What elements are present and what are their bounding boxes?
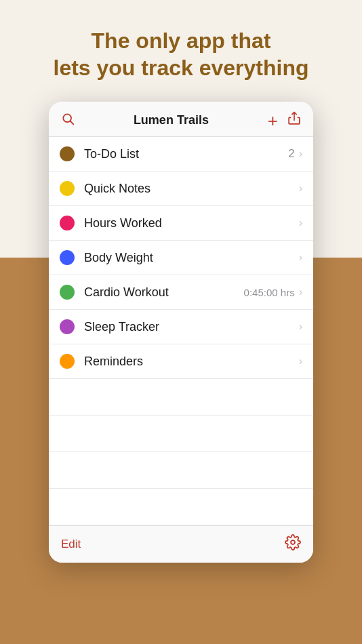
headline-line1: The only app that	[92, 28, 271, 53]
dot-cardio-workout	[60, 285, 75, 300]
label-reminders: Reminders	[84, 355, 299, 369]
settings-icon[interactable]	[285, 534, 301, 555]
app-title: Lumen Trails	[134, 113, 209, 127]
label-body-weight: Body Weight	[84, 251, 299, 265]
dot-todo	[60, 146, 75, 161]
empty-row	[49, 416, 313, 452]
chevron-todo: ›	[299, 148, 302, 160]
label-cardio-workout: Cardio Workout	[84, 285, 244, 300]
list-item-hours-worked[interactable]: Hours Worked›	[49, 206, 313, 241]
tracker-list: To-Do List2›Quick Notes›Hours Worked›Bod…	[49, 137, 313, 525]
label-sleep-tracker: Sleep Tracker	[84, 320, 299, 334]
badge-todo: 2	[288, 147, 294, 161]
dot-reminders	[60, 354, 75, 369]
svg-line-1	[71, 121, 74, 125]
dot-hours-worked	[60, 216, 75, 230]
label-quick-notes: Quick Notes	[84, 182, 299, 196]
chevron-reminders: ›	[299, 355, 302, 367]
chevron-hours-worked: ›	[299, 217, 302, 229]
list-item-quick-notes[interactable]: Quick Notes›	[49, 172, 313, 206]
label-hours-worked: Hours Worked	[84, 216, 299, 230]
nav-bar: Lumen Trails +	[49, 102, 313, 137]
chevron-body-weight: ›	[299, 251, 302, 264]
phone-frame: Lumen Trails + To-Do List2›Quick Notes›H…	[49, 102, 313, 563]
dot-sleep-tracker	[60, 319, 75, 334]
list-item-todo[interactable]: To-Do List2›	[49, 137, 313, 172]
edit-button[interactable]: Edit	[61, 538, 81, 551]
list-item-body-weight[interactable]: Body Weight›	[49, 241, 313, 275]
chevron-sleep-tracker: ›	[299, 321, 302, 333]
chevron-quick-notes: ›	[299, 182, 302, 195]
time-cardio-workout: 0:45:00 hrs	[244, 287, 295, 298]
search-icon[interactable]	[61, 112, 75, 129]
headline-line2: lets you track everything	[53, 56, 308, 80]
footer: Edit	[49, 525, 313, 563]
share-icon[interactable]	[287, 111, 301, 129]
dot-body-weight	[60, 250, 75, 265]
label-todo: To-Do List	[84, 147, 288, 161]
list-item-reminders[interactable]: Reminders›	[49, 344, 313, 379]
empty-row	[49, 489, 313, 525]
dot-quick-notes	[60, 181, 75, 196]
chevron-cardio-workout: ›	[299, 286, 302, 298]
nav-actions: +	[268, 111, 301, 129]
empty-row	[49, 379, 313, 416]
list-item-cardio-workout[interactable]: Cardio Workout0:45:00 hrs›	[49, 275, 313, 310]
headline: The only app that lets you track everyth…	[33, 0, 329, 102]
empty-row	[49, 452, 313, 489]
svg-point-3	[291, 540, 295, 544]
add-icon[interactable]: +	[268, 112, 278, 129]
list-item-sleep-tracker[interactable]: Sleep Tracker›	[49, 310, 313, 344]
